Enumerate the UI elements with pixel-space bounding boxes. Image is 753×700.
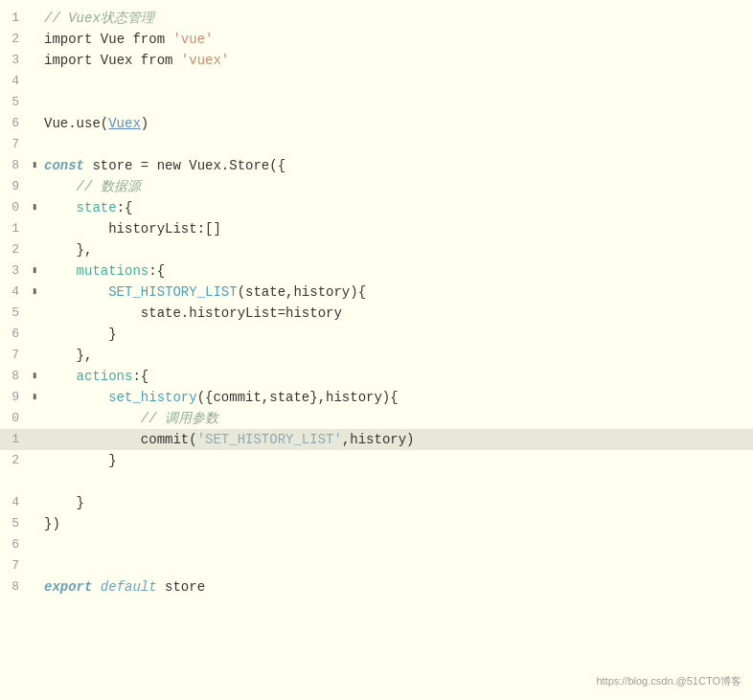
fold-indicator (27, 324, 42, 345)
fold-indicator (27, 471, 42, 492)
code-line: 7 (0, 555, 753, 576)
code-text: import Vuex from 'vuex' (42, 50, 753, 71)
line-number: 3 (0, 50, 27, 71)
code-line: 6 } (0, 324, 753, 345)
code-line: 2 }, (0, 239, 753, 260)
fold-indicator (27, 513, 42, 534)
code-line: 3▮ mutations:{ (0, 260, 753, 282)
code-line: 5 (0, 92, 753, 113)
code-line: 4▮ SET_HISTORY_LIST(state,history){ (0, 282, 753, 303)
code-text: mutations:{ (42, 260, 753, 282)
code-text: Vue.use(Vuex) (42, 113, 753, 134)
code-line: 9▮ set_history({commit,state},history){ (0, 387, 753, 408)
line-number: 1 (0, 218, 27, 239)
code-line: 7 (0, 134, 753, 155)
code-line: 4 (0, 71, 753, 92)
line-number: 8 (0, 576, 27, 598)
fold-indicator (27, 534, 42, 555)
code-line: 8▮const store = new Vuex.Store({ (0, 155, 753, 176)
code-editor: 1 // Vuex状态管理2 import Vue from 'vue'3 im… (0, 0, 753, 700)
fold-indicator (27, 492, 42, 513)
fold-indicator (27, 408, 42, 429)
code-text: actions:{ (42, 366, 753, 387)
code-line (0, 471, 753, 492)
code-line: 9 // 数据源 (0, 176, 753, 197)
watermark: https://blog.csdn.@51CTO博客 (596, 674, 742, 689)
line-number: 2 (0, 450, 27, 471)
fold-indicator[interactable]: ▮ (27, 260, 42, 282)
code-line: 5 }) (0, 513, 753, 534)
fold-indicator (27, 113, 42, 134)
line-number: 2 (0, 239, 27, 260)
fold-indicator (27, 429, 42, 450)
code-text: import Vue from 'vue' (42, 29, 753, 50)
code-text: state:{ (42, 197, 753, 218)
code-line: 5 state.historyList=history (0, 303, 753, 324)
line-number: 5 (0, 92, 27, 113)
line-number: 4 (0, 71, 27, 92)
code-text: const store = new Vuex.Store({ (42, 155, 753, 176)
code-text: // 调用参数 (42, 408, 753, 429)
code-text: set_history({commit,state},history){ (42, 387, 753, 408)
code-line: 8▮ actions:{ (0, 366, 753, 387)
code-text: }, (42, 239, 753, 260)
line-number: 9 (0, 176, 27, 197)
line-number: 7 (0, 134, 27, 155)
code-line: 0▮ state:{ (0, 197, 753, 218)
code-line: 7 }, (0, 345, 753, 366)
fold-indicator (27, 50, 42, 71)
fold-indicator[interactable]: ▮ (27, 282, 42, 303)
fold-indicator[interactable]: ▮ (27, 155, 42, 176)
fold-indicator (27, 303, 42, 324)
code-text: // Vuex状态管理 (42, 8, 753, 29)
fold-indicator (27, 134, 42, 155)
line-number: 8 (0, 366, 27, 387)
code-line: 3 import Vuex from 'vuex' (0, 50, 753, 71)
line-number: 6 (0, 324, 27, 345)
code-line: 1 // Vuex状态管理 (0, 8, 753, 29)
line-number: 2 (0, 29, 27, 50)
code-text (42, 471, 753, 492)
code-line: 8 export default store (0, 576, 753, 598)
fold-indicator (27, 29, 42, 50)
code-text: // 数据源 (42, 176, 753, 197)
line-number: 1 (0, 8, 27, 29)
code-text: }) (42, 513, 753, 534)
line-number: 5 (0, 513, 27, 534)
fold-indicator (27, 71, 42, 92)
code-line: 1 historyList:[] (0, 218, 753, 239)
line-number: 0 (0, 197, 27, 218)
code-text: commit('SET_HISTORY_LIST',history) (42, 429, 753, 450)
code-text: } (42, 450, 753, 471)
fold-indicator (27, 345, 42, 366)
code-line: 1 commit('SET_HISTORY_LIST',history) (0, 429, 753, 450)
line-number: 0 (0, 408, 27, 429)
fold-indicator (27, 576, 42, 598)
code-line: 6 Vue.use(Vuex) (0, 113, 753, 134)
line-number: 6 (0, 113, 27, 134)
code-text: SET_HISTORY_LIST(state,history){ (42, 282, 753, 303)
line-number: 4 (0, 492, 27, 513)
code-text: }, (42, 345, 753, 366)
line-number: 4 (0, 282, 27, 303)
line-number: 3 (0, 260, 27, 282)
code-line: 2 import Vue from 'vue' (0, 29, 753, 50)
line-number: 9 (0, 387, 27, 408)
code-text: } (42, 492, 753, 513)
code-text: } (42, 324, 753, 345)
fold-indicator[interactable]: ▮ (27, 387, 42, 408)
code-line: 4 } (0, 492, 753, 513)
code-text: export default store (42, 576, 753, 598)
line-number: 7 (0, 555, 27, 576)
fold-indicator[interactable]: ▮ (27, 366, 42, 387)
code-text: historyList:[] (42, 218, 753, 239)
line-number: 7 (0, 345, 27, 366)
fold-indicator (27, 450, 42, 471)
fold-indicator (27, 92, 42, 113)
fold-indicator (27, 176, 42, 197)
code-text: state.historyList=history (42, 303, 753, 324)
fold-indicator (27, 8, 42, 29)
code-line: 0 // 调用参数 (0, 408, 753, 429)
line-number: 6 (0, 534, 27, 555)
fold-indicator[interactable]: ▮ (27, 197, 42, 218)
